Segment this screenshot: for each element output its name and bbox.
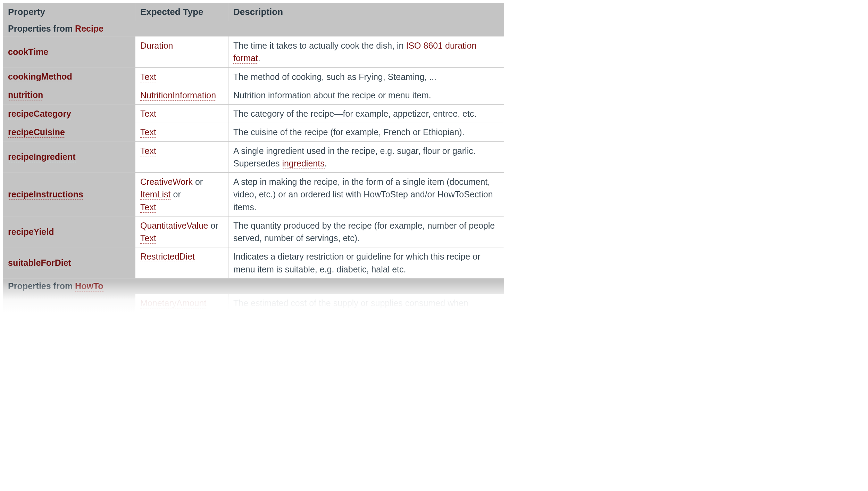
expected-type-cell: CreativeWork orItemList orText (135, 173, 228, 216)
expected-type-cell: MonetaryAmount (135, 294, 228, 312)
property-cell: recipeIngredient (3, 142, 135, 173)
description-text: Nutrition information about the recipe o… (233, 90, 431, 100)
property-cell: recipeCuisine (3, 123, 135, 141)
property-row: recipeCuisineTextThe cuisine of the reci… (3, 123, 504, 141)
property-link[interactable]: cookingMethod (8, 72, 72, 82)
type-link[interactable]: Text (140, 202, 156, 213)
type-or-separator: or (208, 221, 218, 230)
description-text: Indicates a dietary restriction or guide… (233, 252, 480, 274)
property-row: recipeCategoryTextThe category of the re… (3, 105, 504, 123)
type-link[interactable]: Text (140, 146, 156, 156)
property-link[interactable]: recipeIngredient (8, 152, 76, 162)
section-header-row: Properties from Recipe (3, 21, 504, 36)
section-title-link[interactable]: HowTo (75, 281, 103, 292)
description-cell: The method of cooking, such as Frying, S… (228, 68, 504, 86)
section-header-row: Properties from HowTo (3, 279, 504, 294)
property-row: suitableForDietRestrictedDietIndicates a… (3, 247, 504, 279)
property-cell (3, 294, 135, 312)
section-header-cell: Properties from HowTo (3, 279, 504, 294)
property-link[interactable]: suitableForDiet (8, 258, 71, 268)
expected-type-cell: Text (135, 105, 228, 123)
type-or-separator: or (171, 189, 181, 199)
description-cell: The category of the recipe—for example, … (228, 105, 504, 123)
property-cell: cookingMethod (3, 68, 135, 86)
description-text: The quantity produced by the recipe (for… (233, 221, 495, 243)
property-row: recipeYieldQuantitativeValue orTextThe q… (3, 216, 504, 248)
description-cell: The estimated cost of the supply or supp… (228, 294, 504, 312)
type-link[interactable]: Duration (140, 41, 173, 51)
expected-type-cell: Text (135, 142, 228, 173)
description-text: The cuisine of the recipe (for example, … (233, 127, 465, 137)
description-text: The estimated cost of the supply or supp… (233, 298, 468, 308)
table-body: Properties from RecipecookTimeDurationTh… (3, 21, 504, 312)
description-cell: A step in making the recipe, in the form… (228, 173, 504, 216)
section-title-prefix: Properties from (8, 281, 75, 291)
property-cell: cookTime (3, 36, 135, 68)
description-cell: The cuisine of the recipe (for example, … (228, 123, 504, 141)
type-link[interactable]: CreativeWork (140, 177, 193, 187)
description-cell: A single ingredient used in the recipe, … (228, 142, 504, 173)
description-text: A step in making the recipe, in the form… (233, 177, 493, 212)
type-link[interactable]: MonetaryAmount (140, 298, 206, 309)
description-text: . (325, 158, 327, 168)
description-text: The time it takes to actually cook the d… (233, 41, 406, 50)
property-link[interactable]: recipeYield (8, 227, 54, 237)
property-cell: recipeInstructions (3, 173, 135, 216)
type-link[interactable]: NutritionInformation (140, 90, 216, 101)
property-cell: recipeYield (3, 216, 135, 248)
type-link[interactable]: Text (140, 72, 156, 82)
expected-type-cell: RestrictedDiet (135, 247, 228, 279)
type-link[interactable]: ItemList (140, 189, 171, 200)
expected-type-cell: Text (135, 68, 228, 86)
col-header-description: Description (228, 3, 504, 21)
description-cell: Nutrition information about the recipe o… (228, 86, 504, 105)
property-row: cookingMethodTextThe method of cooking, … (3, 68, 504, 86)
type-link[interactable]: Text (140, 127, 156, 138)
section-header-cell: Properties from Recipe (3, 21, 504, 36)
description-text: The method of cooking, such as Frying, S… (233, 72, 436, 82)
expected-type-cell: NutritionInformation (135, 86, 228, 105)
expected-type-cell: Duration (135, 36, 228, 68)
col-header-property: Property (3, 3, 135, 21)
property-row: recipeInstructionsCreativeWork orItemLis… (3, 173, 504, 216)
property-cell: suitableForDiet (3, 247, 135, 279)
expected-type-cell: QuantitativeValue orText (135, 216, 228, 248)
type-link[interactable]: QuantitativeValue (140, 221, 208, 231)
expected-type-cell: Text (135, 123, 228, 141)
table-header-row: Property Expected Type Description (3, 3, 504, 21)
description-cell: The quantity produced by the recipe (for… (228, 216, 504, 248)
description-link[interactable]: ingredients (282, 158, 324, 169)
property-link[interactable]: recipeCategory (8, 109, 71, 119)
description-text: . (258, 53, 260, 63)
description-cell: The time it takes to actually cook the d… (228, 36, 504, 68)
description-text: A single ingredient used in the recipe, … (233, 146, 476, 168)
type-link[interactable]: Text (140, 233, 156, 244)
property-link[interactable]: recipeCuisine (8, 127, 65, 138)
type-or-separator: or (193, 177, 203, 187)
property-cell: nutrition (3, 86, 135, 105)
description-cell: Indicates a dietary restriction or guide… (228, 247, 504, 279)
section-title-prefix: Properties from (8, 24, 75, 33)
property-link[interactable]: nutrition (8, 90, 43, 100)
schema-properties-table: Property Expected Type Description Prope… (3, 3, 504, 312)
col-header-expected-type: Expected Type (135, 3, 228, 21)
property-link[interactable]: recipeInstructions (8, 189, 83, 200)
property-row: cookTimeDurationThe time it takes to act… (3, 36, 504, 68)
section-title-link[interactable]: Recipe (75, 24, 103, 34)
property-row: nutritionNutritionInformationNutrition i… (3, 86, 504, 105)
schema-properties-table-wrap: Property Expected Type Description Prope… (3, 3, 504, 312)
property-row: MonetaryAmountThe estimated cost of the … (3, 294, 504, 312)
type-link[interactable]: RestrictedDiet (140, 252, 195, 262)
property-link[interactable]: cookTime (8, 47, 48, 57)
property-row: recipeIngredientTextA single ingredient … (3, 142, 504, 173)
description-text: The category of the recipe—for example, … (233, 109, 476, 118)
property-cell: recipeCategory (3, 105, 135, 123)
type-link[interactable]: Text (140, 109, 156, 119)
